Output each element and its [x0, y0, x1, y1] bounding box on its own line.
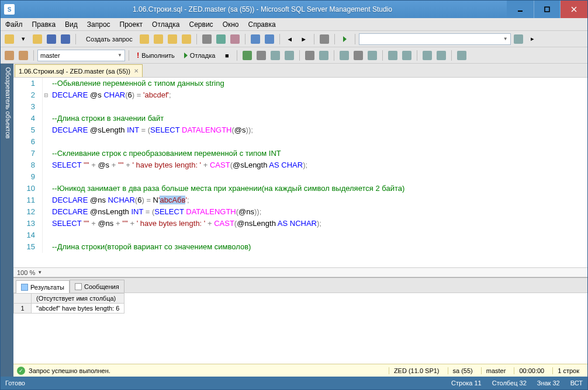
code-line[interactable]: 14	[13, 229, 587, 241]
extra1-button[interactable]	[512, 33, 525, 46]
code-line[interactable]: 9	[13, 171, 587, 183]
copy-button[interactable]	[215, 33, 227, 46]
fold-column[interactable]	[43, 218, 50, 229]
actual-plan-button[interactable]	[303, 49, 316, 62]
code-line[interactable]: 7--Склеивание строк с преобразованием пе…	[13, 148, 587, 159]
code-editor[interactable]: 1--Обьявление переменной с типом данных …	[13, 78, 587, 253]
code-content[interactable]: DECLARE @ns NCHAR(6) = N'abcАбв';	[50, 194, 587, 206]
code-line[interactable]: 4--Длина строки в значении байт	[13, 113, 587, 124]
code-content[interactable]: DECLARE @s CHAR(6) = 'abcdef';	[50, 89, 587, 101]
tab-messages[interactable]: Сообщения	[70, 280, 124, 292]
new-query-button[interactable]: Создать запрос	[79, 33, 137, 45]
code-line[interactable]: 1--Обьявление переменной с типом данных …	[13, 78, 587, 89]
dmx-query-button[interactable]	[166, 33, 179, 46]
specify-values-button[interactable]	[455, 49, 468, 62]
comment-button[interactable]	[386, 49, 399, 62]
debug-button[interactable]: Отладка	[180, 50, 219, 61]
undo-button[interactable]	[249, 33, 262, 46]
code-line[interactable]: 12DECLARE @nsLength INT = (SELECT DATALE…	[13, 206, 587, 218]
new-dropdown-button[interactable]: ▾	[17, 33, 30, 46]
disconnect-button[interactable]	[17, 49, 30, 62]
code-content[interactable]	[50, 136, 587, 148]
fold-column[interactable]	[43, 171, 50, 183]
code-content[interactable]: SELECT '"' + @s + '"' + ' have bytes len…	[50, 159, 587, 171]
code-content[interactable]: --Обьявление переменной с типом данных s…	[50, 78, 587, 89]
outdent-button[interactable]	[435, 49, 448, 62]
code-line[interactable]: 2⊟DECLARE @s CHAR(6) = 'abcdef';	[13, 89, 587, 101]
execute-button[interactable]: !Выполнить	[133, 48, 179, 62]
code-content[interactable]: --Склеивание строк с преобразованием пер…	[50, 148, 587, 159]
fold-column[interactable]	[43, 136, 50, 148]
code-line[interactable]: 10--Юникод занимает в два раза больше ме…	[13, 183, 587, 194]
maximize-button[interactable]	[534, 1, 561, 18]
results-grid[interactable]: (Отсутствует имя столбца) 1"abcdef" have…	[13, 293, 587, 364]
code-content[interactable]: DECLARE @nsLength INT = (SELECT DATALENG…	[50, 206, 587, 218]
save-all-button[interactable]	[59, 33, 72, 46]
table-row[interactable]: 1"abcdef" have bytes length: 6	[14, 304, 124, 314]
code-content[interactable]	[50, 101, 587, 113]
fold-column[interactable]	[43, 124, 50, 136]
estimated-plan-button[interactable]	[255, 49, 268, 62]
find-combo[interactable]: ▼	[359, 33, 511, 45]
menu-вид[interactable]: Вид	[60, 19, 82, 30]
results-text-button[interactable]	[338, 49, 351, 62]
menu-запрос[interactable]: Запрос	[82, 19, 115, 30]
fold-column[interactable]	[43, 206, 50, 218]
tab-results[interactable]: Результаты	[16, 280, 70, 293]
code-content[interactable]: DECLARE @sLength INT = (SELECT DATALENGT…	[50, 124, 587, 136]
menu-справка[interactable]: Справка	[244, 19, 281, 30]
database-combo[interactable]: master▼	[37, 50, 125, 61]
code-content[interactable]	[50, 171, 587, 183]
editor-scroll[interactable]: 1--Обьявление переменной с типом данных …	[13, 78, 587, 267]
menu-правка[interactable]: Правка	[27, 19, 61, 30]
uncomment-button[interactable]	[400, 49, 413, 62]
code-line[interactable]: 8SELECT '"' + @s + '"' + ' have bytes le…	[13, 159, 587, 171]
code-content[interactable]: --Длина строки(второй вариант со значени…	[50, 241, 587, 253]
zoom-level[interactable]: 100 %▼	[13, 268, 587, 277]
open-dropdown-button[interactable]	[31, 33, 44, 46]
code-line[interactable]: 13SELECT '"' + @ns + '"' + ' have bytes …	[13, 218, 587, 229]
query-options-button[interactable]	[269, 49, 282, 62]
close-tab-icon[interactable]: ✕	[134, 68, 139, 74]
close-button[interactable]	[561, 1, 587, 18]
activity-monitor-button[interactable]	[318, 33, 331, 46]
results-grid-button[interactable]	[352, 49, 365, 62]
run-button[interactable]	[338, 33, 351, 46]
connect-button[interactable]	[3, 49, 16, 62]
fold-column[interactable]	[43, 229, 50, 241]
fold-column[interactable]	[43, 183, 50, 194]
fold-column[interactable]	[43, 241, 50, 253]
code-line[interactable]: 5DECLARE @sLength INT = (SELECT DATALENG…	[13, 124, 587, 136]
code-content[interactable]	[50, 229, 587, 241]
mdx-query-button[interactable]	[152, 33, 165, 46]
menu-отладка[interactable]: Отладка	[147, 19, 184, 30]
nav-back-button[interactable]: ◄	[283, 33, 296, 46]
client-stats-button[interactable]	[317, 49, 330, 62]
indent-button[interactable]	[421, 49, 434, 62]
xmla-query-button[interactable]	[180, 33, 193, 46]
fold-column[interactable]	[43, 194, 50, 206]
cut-button[interactable]	[200, 33, 213, 46]
fold-column[interactable]	[43, 159, 50, 171]
intellisense-button[interactable]	[283, 49, 296, 62]
new-project-button[interactable]	[3, 33, 16, 46]
code-line[interactable]: 6	[13, 136, 587, 148]
fold-column[interactable]	[43, 148, 50, 159]
code-content[interactable]: --Юникод занимает в два раза больше мест…	[50, 183, 587, 194]
paste-button[interactable]	[229, 33, 241, 46]
save-button[interactable]	[45, 33, 58, 46]
code-line[interactable]: 15--Длина строки(второй вариант со значе…	[13, 241, 587, 253]
engine-query-button[interactable]	[138, 33, 151, 46]
fold-column[interactable]	[43, 101, 50, 113]
extra2-button[interactable]: ▸	[526, 33, 539, 46]
object-explorer-tab[interactable]: Обозреватель объектов	[1, 64, 13, 377]
row-header-blank[interactable]	[14, 294, 32, 304]
code-content[interactable]: --Длина строки в значении байт	[50, 113, 587, 124]
stop-button[interactable]: ■	[220, 49, 233, 62]
results-file-button[interactable]	[366, 49, 379, 62]
column-header[interactable]: (Отсутствует имя столбца)	[32, 294, 124, 304]
menu-проект[interactable]: Проект	[115, 19, 148, 30]
code-line[interactable]: 3	[13, 101, 587, 113]
fold-column[interactable]	[43, 113, 50, 124]
fold-column[interactable]: ⊟	[43, 89, 50, 101]
